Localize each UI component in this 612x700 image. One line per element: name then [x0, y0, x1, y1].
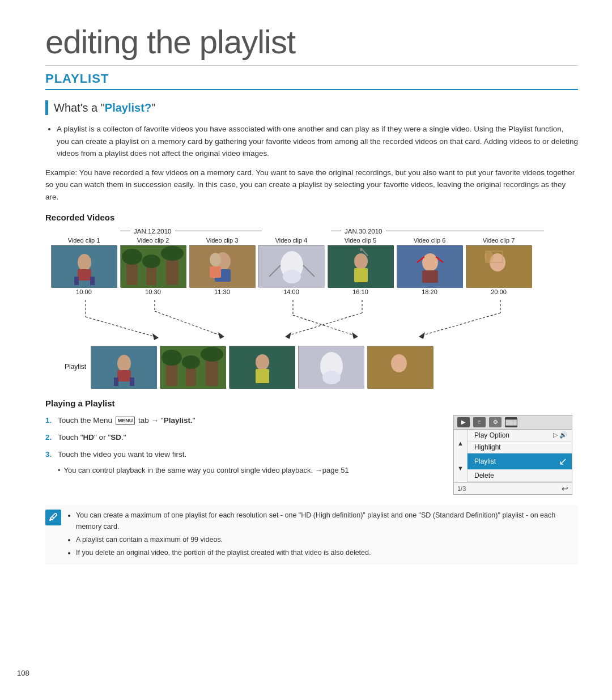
playlist-clips	[91, 346, 433, 388]
playlist-clip-3	[229, 346, 295, 388]
playlist-clip-1	[91, 346, 156, 388]
note-content: You can create a maximum of one playlist…	[68, 510, 578, 560]
clip-thumb-7	[466, 245, 532, 287]
svg-rect-65	[256, 369, 269, 383]
sub-heading-text: What's a "Playlist?"	[54, 101, 155, 114]
playlist-row: Playlist	[51, 346, 589, 388]
clip-item-5: Video clip 5 16:10	[328, 237, 393, 295]
menu-row-delete[interactable]: Delete	[468, 470, 572, 482]
svg-point-68	[322, 371, 341, 384]
menu-icon: MENU	[116, 417, 135, 425]
menu-icon-battery: ▓▓▓	[505, 417, 517, 427]
svg-point-19	[283, 270, 301, 283]
menu-row-highlight[interactable]: Highlight	[468, 442, 572, 453]
svg-point-11	[161, 246, 184, 261]
playlist-clip-2	[160, 346, 226, 388]
steps-and-image: 1. Touch the Menu MENU tab → "Playlist."…	[45, 415, 578, 495]
clip-item-6: Video clip 6 18:20	[397, 237, 462, 295]
menu-row-play-option[interactable]: Play Option ▷ 🔊	[468, 430, 572, 442]
menu-icon-play: ▶	[457, 417, 470, 427]
note-icon: 🖊	[45, 510, 61, 525]
section-heading: PLAYLIST	[45, 71, 578, 90]
svg-marker-44	[285, 332, 291, 339]
note-item-2: A playlist can contain a maximum of 99 v…	[76, 534, 578, 545]
what-is-playlist-subheading: What's a "Playlist?"	[45, 100, 578, 115]
step-2: 2. Touch "HD" or "SD."	[45, 432, 442, 443]
svg-point-61	[182, 355, 200, 369]
page-number: 108	[17, 669, 29, 677]
clip-thumb-3	[189, 245, 255, 287]
svg-point-23	[354, 253, 368, 269]
arrows-svg	[51, 297, 589, 342]
page-indicator: 1/3	[457, 485, 466, 492]
svg-marker-41	[218, 332, 224, 339]
step-bullet: You can control playback in the same way…	[58, 466, 442, 474]
svg-rect-3	[74, 277, 79, 285]
svg-rect-16	[210, 266, 221, 278]
clip-item-1: Video clip 1 10:00	[51, 237, 117, 295]
playlist-label: Playlist	[51, 363, 91, 371]
svg-point-62	[201, 347, 223, 362]
playing-playlist-section: Playing a Playlist 1. Touch the Menu MEN…	[45, 398, 578, 495]
svg-marker-47	[352, 332, 358, 339]
date1-label: JAN.12.2010	[130, 228, 175, 235]
steps-col: 1. Touch the Menu MENU tab → "Playlist."…	[45, 415, 442, 475]
clip-item-4: Video clip 4 14:00	[258, 237, 324, 295]
date2-label: JAN.30.2010	[341, 228, 386, 235]
svg-point-15	[210, 253, 221, 266]
svg-rect-4	[90, 277, 95, 285]
svg-point-28	[422, 253, 438, 271]
playing-playlist-title: Playing a Playlist	[45, 398, 578, 408]
svg-rect-2	[78, 269, 91, 281]
description-2: Example: You have recorded a few videos …	[45, 167, 578, 203]
svg-rect-54	[114, 377, 118, 386]
clip-thumb-6	[397, 245, 462, 287]
menu-top-bar: ▶ ≡ ⚙ ▓▓▓	[454, 415, 572, 430]
svg-point-64	[256, 354, 269, 370]
svg-rect-53	[117, 370, 131, 381]
step-1: 1. Touch the Menu MENU tab → "Playlist."	[45, 415, 442, 426]
svg-point-1	[78, 254, 91, 271]
svg-point-52	[117, 355, 131, 372]
clip-item-7: Video clip 7 20:00	[466, 237, 532, 295]
clip-thumb-5	[328, 245, 393, 287]
nav-up-arrow[interactable]: ▲	[457, 440, 464, 447]
playlist-cursor-icon: ↙	[559, 455, 567, 468]
svg-rect-29	[422, 270, 438, 283]
svg-point-10	[142, 254, 160, 268]
clip-item-3: Video clip 3 11:30	[189, 237, 255, 295]
clip-thumb-1	[51, 245, 117, 287]
sub-heading-bar	[45, 100, 48, 115]
svg-line-40	[155, 311, 221, 336]
svg-point-70	[391, 354, 407, 372]
svg-marker-38	[152, 333, 159, 340]
playlist-clip-4	[298, 346, 364, 388]
svg-rect-24	[354, 268, 368, 282]
playlist-clip-5	[367, 346, 433, 388]
clip-thumb-2	[120, 245, 186, 287]
menu-row-playlist[interactable]: Playlist ↙	[468, 453, 572, 470]
clip-item-2: Video clip 2 10:30	[120, 237, 186, 295]
page-title: editing the playlist	[45, 23, 578, 66]
svg-rect-55	[130, 377, 134, 386]
recorded-videos-title: Recorded Videos	[45, 213, 578, 222]
note-box: 🖊 You can create a maximum of one playli…	[45, 505, 578, 565]
svg-line-37	[86, 317, 155, 337]
nav-down-arrow[interactable]: ▼	[457, 465, 464, 472]
diagram-area: JAN.12.2010 JAN.30.2010 Video clip 1	[51, 228, 589, 388]
menu-ui-mockup: ▶ ≡ ⚙ ▓▓▓ ▲ ▼ Play Option ▷ 🔊	[453, 415, 578, 495]
menu-mockup: ▶ ≡ ⚙ ▓▓▓ ▲ ▼ Play Option ▷ 🔊	[453, 415, 572, 495]
menu-icon-gear: ⚙	[489, 417, 502, 427]
clip-thumb-4	[258, 245, 324, 287]
note-item-3: If you delete an original video, the por…	[76, 547, 578, 558]
step-3: 3. Touch the video you want to view firs…	[45, 449, 442, 460]
svg-point-60	[162, 350, 182, 366]
svg-point-9	[122, 249, 142, 265]
description-1: A playlist is a collecton of favorite vi…	[45, 123, 578, 160]
svg-line-43	[288, 313, 362, 336]
svg-point-35	[484, 251, 494, 262]
svg-marker-50	[419, 332, 425, 339]
menu-icon-list: ≡	[473, 417, 486, 427]
svg-line-49	[422, 313, 500, 336]
back-button[interactable]: ↩	[562, 484, 568, 493]
